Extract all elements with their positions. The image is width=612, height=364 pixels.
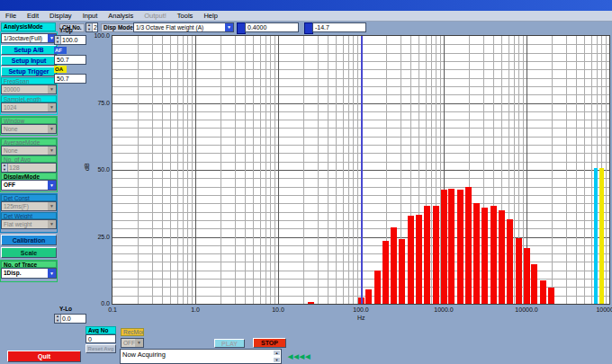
menu-item-file[interactable]: File [0,11,22,21]
no-of-trace-select[interactable]: 1Disp. ▼ [1,268,57,279]
gridline [235,36,236,304]
frequency-cursor[interactable] [361,36,363,304]
gridline [270,36,271,304]
setup-ab-button[interactable]: Setup A/B [1,45,57,55]
setup-trigger-button[interactable]: Setup Trigger [1,67,57,76]
x-tick-label: 10000.0 [510,306,543,313]
avg-no-value: 0 [86,334,116,343]
chevron-down-icon: ▼ [48,202,56,210]
menu-item-analysis[interactable]: Analysis [103,11,139,21]
averagemode-select: None ▼ [1,146,57,155]
quit-button[interactable]: Quit [7,351,81,362]
scroll-up-icon[interactable]: ▲ [274,351,280,355]
gridline [303,36,304,304]
stop-button[interactable]: STOP [253,338,286,348]
gridline [192,36,193,304]
displaymode-select[interactable]: OFF ▼ [1,180,57,191]
overall-bar-oa [599,168,604,304]
spectrum-bar [433,206,439,304]
gridline [220,36,221,304]
spectrum-bar [465,187,472,304]
spectrum-bar [408,216,414,304]
y-tick-label: 50.0 [86,166,110,173]
gridline [138,36,139,304]
chevron-down-icon[interactable]: ▼ [225,23,233,31]
x-tick-label: 100.0 [345,306,377,313]
no-of-avg-stepper: ▲▼ 128 [1,163,57,173]
spectrum-bar [457,190,464,305]
gridline [348,36,349,304]
menu-item-output: Output! [139,11,172,21]
chevron-down-icon: ▼ [48,103,56,111]
af-badge: AF [54,47,67,54]
nav-arrows-icon[interactable]: ◀◀◀◀ [288,353,311,360]
analysis-mode-select[interactable]: 1/3octave(Full) ▼ [1,33,57,43]
gridline [584,36,585,304]
gridline [318,36,319,304]
gridline [253,36,254,304]
spectrum-bar [374,271,381,305]
gridline [177,36,178,304]
spectrum-bar [507,219,513,304]
no-of-avg-label: No. of Avg [1,155,57,163]
menu-item-edit[interactable]: Edit [22,11,44,21]
menu-item-display[interactable]: Display [44,11,77,21]
spectrum-bar [499,210,505,304]
scroll-down-icon[interactable]: ▼ [274,358,280,362]
spectrum-bar [399,239,405,304]
y-tick-label: 75.0 [86,100,110,106]
det-weight-label: Det Weight [1,212,57,219]
setup-input-button[interactable]: Setup Input [1,56,57,66]
chevron-down-icon: ▼ [48,85,56,93]
disp-mode-select[interactable]: 1/3 Octave Flat weight (A) ▼ [133,22,234,32]
spectrum-bar [490,206,497,304]
gridline [187,36,188,304]
spectrum-plot[interactable] [112,36,609,304]
gridline [591,36,592,304]
analysis-mode-label: AnalysisMode [1,22,56,31]
gridline [353,36,354,304]
y-tick-label: 100.0 [86,32,110,39]
y-up-stepper[interactable]: ▲▼ 100.0 [54,35,86,45]
chevron-down-icon[interactable]: ▼ [48,269,56,278]
disp-mode-label: Disp Mode [101,23,136,32]
calibration-button[interactable]: Calibration [1,235,57,245]
reset-avg-button[interactable]: Reset Avg [86,344,116,353]
no-of-trace-label: No. of Trace [1,261,57,268]
gridline [162,36,163,304]
x-tick-label: 100000.0 [593,306,612,313]
samplelength-label: SampleLength [1,95,57,102]
scale-button[interactable]: Scale [1,247,57,258]
level-value-1: 0.4000 [245,22,299,32]
y-lo-stepper[interactable]: ▲▼ 0.0 [54,314,86,324]
oa-value: 50.7 [54,74,86,84]
stepper-arrows-icon: ▲▼ [2,164,8,172]
overall-bar-af [594,168,598,304]
x-axis-unit-label: Hz [357,315,365,321]
menu-item-tools[interactable]: Tools [172,11,199,21]
chevron-down-icon: ▼ [48,125,56,133]
window-select: None ▼ [1,124,57,134]
menu-item-input[interactable]: Input [77,11,104,21]
gridline-major [278,36,279,304]
chevron-down-icon[interactable]: ▼ [48,181,56,190]
det-const-select: 125ms(F) ▼ [1,201,57,211]
det-const-label: Det Const [1,194,57,201]
play-button[interactable]: PLAY [214,339,245,348]
det-weight-select: Flat weight ▼ [1,219,57,229]
gridline [183,36,184,304]
menu-item-help[interactable]: Help [198,11,222,21]
stepper-arrows-icon[interactable]: ▲▼ [86,23,93,31]
stepper-arrows-icon[interactable]: ▲▼ [55,315,61,323]
chevron-down-icon: ▼ [135,339,143,347]
spectrum-bar [531,264,537,304]
spectrum-bar [382,241,389,304]
gridline [576,36,577,304]
window-label: Window [1,117,57,124]
spectrum-bar [391,227,397,304]
ch-no-stepper[interactable]: ▲▼ 2 [86,22,98,32]
stepper-arrows-icon[interactable]: ▲▼ [55,36,61,44]
gridline [343,36,344,304]
chevron-down-icon: ▼ [48,220,56,228]
samplelength-select: 1024 ▼ [1,102,57,112]
